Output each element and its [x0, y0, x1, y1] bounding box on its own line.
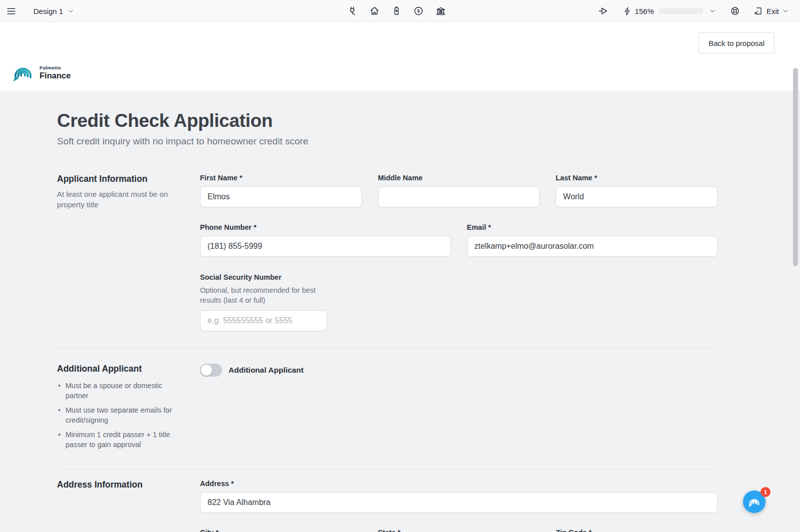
- page-title: Credit Check Application: [57, 110, 718, 131]
- home-icon[interactable]: [369, 5, 380, 16]
- zoom-percent: 156%: [635, 7, 654, 15]
- plug-icon[interactable]: [347, 5, 358, 16]
- run-simulation-icon[interactable]: [598, 5, 608, 16]
- state-label: State *: [378, 529, 540, 532]
- middle-name-label: Middle Name: [378, 174, 540, 182]
- additional-applicant-section: Additional Applicant Must be a spouse or…: [57, 364, 718, 454]
- zoom-chevron-down-icon[interactable]: [709, 7, 716, 14]
- first-name-input[interactable]: [200, 186, 362, 207]
- palmetto-chat-icon: [748, 496, 761, 508]
- additional-section-heading: Additional Applicant: [57, 364, 200, 374]
- chat-launcher-button[interactable]: 1: [743, 491, 766, 513]
- middle-name-input[interactable]: [378, 186, 540, 207]
- ssn-input[interactable]: [200, 310, 327, 331]
- chat-unread-badge: 1: [760, 487, 770, 497]
- section-divider: [57, 469, 718, 469]
- zip-code-label: Zip Code *: [556, 529, 718, 532]
- city-label: City *: [200, 529, 362, 532]
- address-label: Address *: [200, 480, 718, 488]
- toggle-knob: [201, 365, 212, 376]
- brand-name-bottom: Finance: [40, 71, 70, 80]
- applicant-information-section: Applicant Information At least one appli…: [57, 174, 718, 331]
- design-selector[interactable]: Design 1: [34, 7, 74, 15]
- additional-applicant-toggle[interactable]: [200, 364, 222, 377]
- top-toolbar: Design 1 $ $ 156%: [0, 0, 800, 22]
- additional-applicant-toggle-label: Additional Applicant: [228, 366, 304, 375]
- applicant-section-heading: Applicant Information: [57, 174, 200, 184]
- email-label: Email *: [467, 223, 718, 231]
- address-section-heading: Address Information: [57, 480, 200, 490]
- ssn-helper-text: Optional, but recommended for best resul…: [200, 286, 323, 305]
- email-input[interactable]: [467, 236, 718, 257]
- battery-icon[interactable]: [391, 5, 402, 16]
- rule-item: Must be a spouse or domestic partner: [57, 381, 173, 401]
- phone-number-label: Phone Number *: [200, 223, 451, 231]
- rule-item: Must use two separate emails for credit/…: [57, 405, 173, 425]
- header-band: Back to proposal Palmetto Finance: [0, 22, 800, 90]
- exit-panel-icon[interactable]: [753, 6, 763, 16]
- brand-name-top: Palmetto: [40, 65, 70, 70]
- help-lifebuoy-icon[interactable]: [730, 6, 740, 16]
- palmetto-logo-mark: [12, 62, 34, 83]
- applicant-section-helper: At least one applicant must be on proper…: [57, 189, 173, 210]
- vertical-scrollbar-thumb[interactable]: [793, 68, 798, 266]
- back-to-proposal-button[interactable]: Back to proposal: [698, 32, 774, 53]
- section-divider: [57, 347, 718, 348]
- lightning-bolt-icon: [622, 6, 632, 16]
- zoom-slider[interactable]: [659, 8, 703, 14]
- chevron-down-icon: [68, 8, 74, 14]
- hamburger-menu-icon[interactable]: [6, 6, 16, 16]
- first-name-label: First Name *: [200, 174, 362, 182]
- address-information-section: Address Information Address * City * Sta…: [57, 480, 718, 532]
- ssn-label: Social Security Number: [200, 273, 718, 281]
- additional-applicant-rules: Must be a spouse or domestic partner Mus…: [57, 381, 200, 450]
- palmetto-finance-logo: Palmetto Finance: [12, 62, 70, 83]
- design-selector-label: Design 1: [34, 7, 63, 15]
- phone-number-input[interactable]: [200, 236, 451, 257]
- last-name-input[interactable]: [556, 186, 718, 207]
- last-name-label: Last Name *: [556, 174, 718, 182]
- toolbar-nav-icons: $ $: [347, 0, 446, 22]
- exit-chevron-down-icon[interactable]: [782, 7, 789, 14]
- address-input[interactable]: [200, 492, 718, 513]
- bank-icon[interactable]: $: [435, 5, 446, 17]
- page-subtitle: Soft credit inquiry with no impact to ho…: [57, 136, 718, 147]
- exit-label[interactable]: Exit: [766, 7, 779, 15]
- dollar-coin-icon[interactable]: $: [413, 5, 424, 16]
- svg-text:$: $: [417, 8, 420, 13]
- credit-check-form: Credit Check Application Soft credit inq…: [0, 90, 800, 532]
- rule-item: Minimum 1 credit passer + 1 title passer…: [57, 430, 173, 450]
- svg-text:$: $: [440, 9, 442, 13]
